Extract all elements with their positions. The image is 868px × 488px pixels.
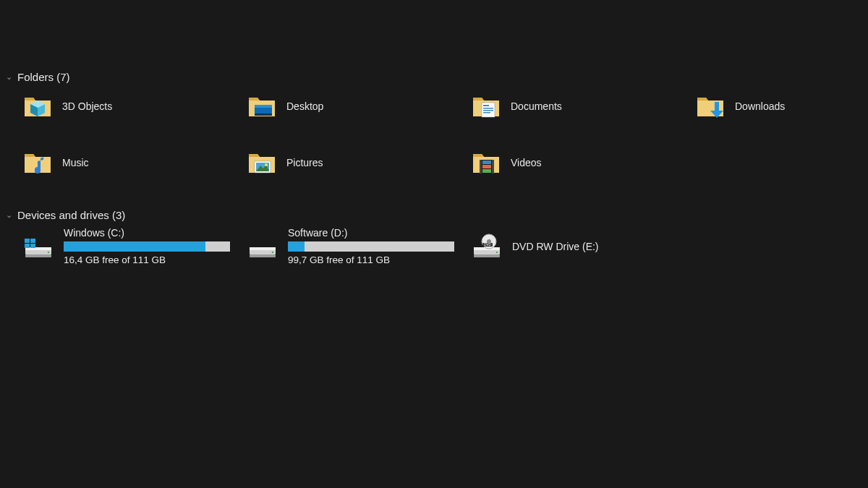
folder-pictures-icon: [247, 148, 276, 177]
drive-dvd-icon: [472, 233, 502, 260]
folder-downloads[interactable]: Downloads: [696, 89, 868, 124]
chevron-down-icon: ⌄: [6, 72, 13, 82]
drives-section-title: Devices and drives (3): [17, 209, 125, 221]
folder-documents[interactable]: Documents: [472, 89, 696, 124]
folder-label: Documents: [511, 100, 562, 112]
storage-bar-fill: [64, 241, 205, 252]
drive-info: DVD RW Drive (E:): [512, 241, 599, 252]
folder-music[interactable]: Music: [23, 145, 247, 180]
folder-label: Downloads: [735, 100, 785, 112]
folder-downloads-icon: [696, 92, 725, 121]
folder-label: Desktop: [286, 100, 323, 112]
drive-free-text: 16,4 GB free of 111 GB: [64, 254, 230, 265]
storage-bar-fill: [288, 241, 305, 252]
drive-name: DVD RW Drive (E:): [512, 241, 599, 252]
folder-label: Music: [62, 157, 89, 168]
folder-documents-icon: [472, 92, 501, 121]
drive-name: Software (D:): [288, 227, 454, 239]
folder-music-icon: [23, 148, 52, 177]
folder-3d-objects[interactable]: 3D Objects: [23, 89, 247, 124]
folder-videos-icon: [472, 148, 501, 177]
folder-label: 3D Objects: [62, 100, 112, 112]
drive-name: Windows (C:): [64, 227, 230, 239]
folder-videos[interactable]: Videos: [472, 145, 696, 180]
storage-bar: [288, 241, 454, 252]
drive-info: Software (D:) 99,7 GB free of 111 GB: [288, 227, 454, 265]
drive-os-icon: [23, 233, 54, 260]
drive-software-d[interactable]: Software (D:) 99,7 GB free of 111 GB: [247, 227, 472, 265]
folder-label: Pictures: [286, 157, 323, 168]
drive-info: Windows (C:) 16,4 GB free of 111 GB: [64, 227, 230, 265]
drive-windows-c[interactable]: Windows (C:) 16,4 GB free of 111 GB: [23, 227, 247, 265]
this-pc-view: ⌄ Folders (7) 3D Objects Desktop Documen…: [0, 0, 868, 265]
folder-label: Videos: [511, 157, 542, 168]
folders-section-title: Folders (7): [17, 71, 70, 83]
folders-section-header[interactable]: ⌄ Folders (7): [6, 71, 868, 83]
storage-bar: [64, 241, 230, 252]
folder-desktop[interactable]: Desktop: [247, 89, 472, 124]
folder-desktop-icon: [247, 92, 276, 121]
chevron-down-icon: ⌄: [6, 210, 13, 220]
folders-grid: 3D Objects Desktop Documents Downloads M…: [6, 89, 868, 180]
drive-free-text: 99,7 GB free of 111 GB: [288, 254, 454, 265]
folder-pictures[interactable]: Pictures: [247, 145, 472, 180]
drive-dvd-e[interactable]: DVD RW Drive (E:): [472, 227, 696, 265]
drive-hdd-icon: [247, 233, 278, 260]
drives-section-header[interactable]: ⌄ Devices and drives (3): [6, 209, 868, 221]
drives-grid: Windows (C:) 16,4 GB free of 111 GB Soft…: [6, 227, 868, 265]
folder-3d-icon: [23, 92, 52, 121]
